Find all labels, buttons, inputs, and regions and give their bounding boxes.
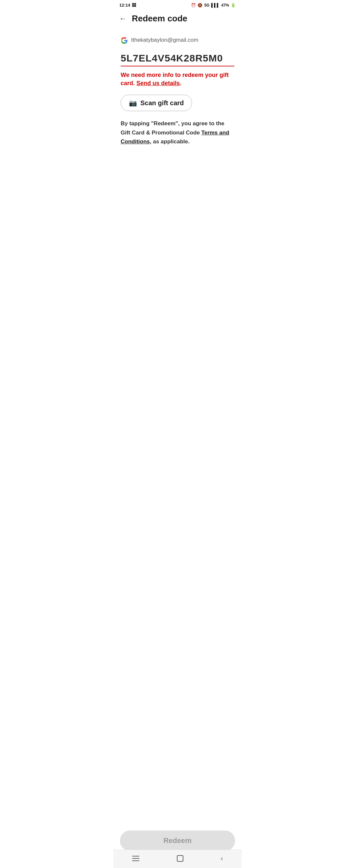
- terms-suffix: , as applicable.: [150, 138, 190, 145]
- mute-icon: 🔕: [198, 3, 202, 7]
- alarm-icon: ⏰: [191, 3, 196, 7]
- main-content: tthekatybaylon@gmail.com We need more in…: [114, 27, 241, 179]
- scan-button-label: Scan gift card: [140, 99, 184, 107]
- status-icons: ⏰ 🔕 5G ▌▌▌ 47% 🔋: [191, 3, 236, 7]
- account-email: tthekatybaylon@gmail.com: [131, 36, 198, 44]
- header: ← Redeem code: [114, 9, 241, 27]
- code-section: [121, 51, 234, 66]
- battery-label: 47%: [221, 3, 229, 7]
- error-message: We need more info to redeem your gift ca…: [121, 71, 234, 88]
- page-title: Redeem code: [132, 13, 187, 24]
- network-label: 5G: [204, 3, 209, 7]
- camera-icon: 📷: [129, 99, 137, 107]
- error-suffix: .: [180, 80, 182, 87]
- google-icon: [121, 37, 128, 44]
- photo-icon: 🖼: [132, 3, 136, 7]
- battery-icon: 🔋: [231, 3, 236, 7]
- status-bar: 12:14 🖼 ⏰ 🔕 5G ▌▌▌ 47% 🔋: [114, 0, 241, 9]
- back-button[interactable]: ←: [119, 14, 127, 23]
- code-input[interactable]: [121, 51, 234, 66]
- terms-text: By tapping "Redeem", you agree to the Gi…: [121, 119, 234, 146]
- signal-icon: ▌▌▌: [211, 3, 220, 7]
- send-details-link[interactable]: Send us details: [136, 80, 180, 87]
- account-row: tthekatybaylon@gmail.com: [121, 36, 234, 44]
- status-time: 12:14 🖼: [119, 3, 136, 7]
- scan-gift-card-button[interactable]: 📷 Scan gift card: [121, 95, 192, 111]
